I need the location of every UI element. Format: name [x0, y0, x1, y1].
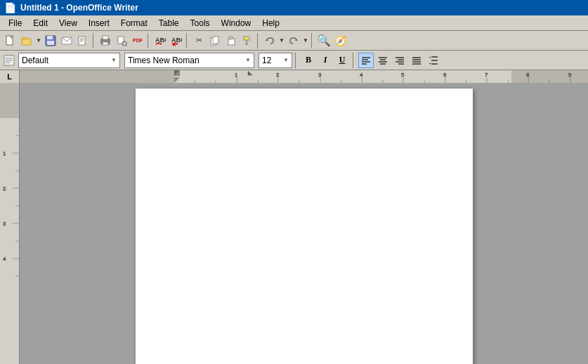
- menu-table[interactable]: Table: [153, 17, 185, 30]
- svg-text:2: 2: [3, 186, 6, 192]
- svg-rect-8: [79, 37, 85, 45]
- svg-rect-53: [511, 70, 588, 83]
- italic-button[interactable]: I: [318, 53, 333, 68]
- menu-tools[interactable]: Tools: [185, 17, 216, 30]
- svg-text:9: 9: [568, 72, 572, 78]
- copy-button[interactable]: [207, 33, 223, 48]
- svg-rect-14: [103, 42, 108, 45]
- svg-text:8: 8: [526, 72, 530, 78]
- format-paint-button[interactable]: [240, 33, 255, 48]
- svg-line-17: [126, 45, 127, 46]
- style-dropdown-arrow: ▼: [111, 57, 117, 63]
- size-dropdown-arrow: ▼: [283, 57, 289, 63]
- svg-text:3: 3: [318, 72, 322, 78]
- svg-rect-6: [47, 41, 54, 45]
- svg-text:4: 4: [360, 72, 363, 78]
- toolbar1: ▼ PDF: [0, 31, 588, 51]
- print-preview-button[interactable]: [114, 33, 129, 48]
- ruler-corner[interactable]: L: [0, 70, 20, 83]
- separator1: [93, 33, 96, 48]
- font-size-dropdown[interactable]: 12 ▼: [259, 53, 292, 68]
- find-replace-button[interactable]: 🔍: [316, 33, 332, 48]
- svg-text:1: 1: [3, 150, 6, 157]
- svg-text:ABC: ABC: [171, 37, 182, 44]
- svg-rect-3: [22, 37, 26, 39]
- open-button[interactable]: [19, 33, 34, 48]
- separator5: [311, 33, 314, 48]
- svg-text:5: 5: [401, 72, 405, 78]
- paste-button[interactable]: [223, 33, 239, 48]
- undo-dropdown-button[interactable]: ▼: [278, 33, 285, 48]
- line-spacing-button[interactable]: [426, 53, 441, 68]
- svg-rect-24: [244, 37, 249, 40]
- email-button[interactable]: [59, 33, 74, 48]
- svg-text:6: 6: [443, 72, 447, 78]
- menu-help[interactable]: Help: [256, 17, 285, 30]
- menu-format[interactable]: Format: [115, 17, 153, 30]
- separator4: [257, 33, 260, 48]
- underline-button[interactable]: U: [334, 53, 350, 68]
- align-center-button[interactable]: [375, 53, 391, 68]
- paragraph-style-value: Default: [22, 56, 48, 65]
- navigator-button[interactable]: 🧭: [332, 33, 348, 48]
- fmt-separator2: [353, 53, 355, 68]
- svg-rect-21: [213, 37, 218, 44]
- page-scroll-area[interactable]: [20, 83, 588, 364]
- document-page: [136, 89, 473, 364]
- separator2: [148, 33, 150, 48]
- menu-insert[interactable]: Insert: [83, 17, 115, 30]
- styles-icon: [3, 54, 15, 67]
- svg-rect-5: [47, 36, 53, 39]
- print-button[interactable]: [98, 33, 113, 48]
- font-size-value: 12: [262, 56, 271, 65]
- redo-dropdown-button[interactable]: ▼: [302, 33, 309, 48]
- svg-text:3: 3: [3, 221, 6, 227]
- save-button[interactable]: [43, 33, 58, 48]
- svg-rect-51: [20, 70, 174, 83]
- separator3: [186, 33, 189, 48]
- svg-text:2: 2: [276, 72, 280, 78]
- new-button[interactable]: [3, 33, 18, 48]
- cut-button[interactable]: ✂: [191, 33, 207, 48]
- app-icon: 📄: [4, 2, 16, 13]
- svg-rect-86: [0, 83, 20, 118]
- svg-text:4: 4: [3, 256, 6, 262]
- fmt-separator1: [295, 53, 298, 68]
- align-right-button[interactable]: [392, 53, 407, 68]
- svg-rect-52: [174, 70, 511, 83]
- horizontal-ruler: 1 2 3 4 5 6 7 8: [20, 70, 588, 83]
- redo-button[interactable]: [286, 33, 301, 48]
- autocorrect-button[interactable]: ABC: [169, 33, 184, 48]
- align-justify-button[interactable]: [409, 53, 424, 68]
- vertical-ruler: 1 2 3 4: [0, 83, 20, 364]
- spellcheck-button[interactable]: ABC: [152, 33, 168, 48]
- open-dropdown-button[interactable]: ▼: [35, 33, 42, 48]
- font-dropdown-arrow: ▼: [245, 57, 251, 63]
- svg-text:1: 1: [235, 72, 238, 78]
- menu-bar: File Edit View Insert Format Table Tools…: [0, 15, 588, 31]
- font-name-dropdown[interactable]: Times New Roman ▼: [124, 53, 254, 68]
- menu-view[interactable]: View: [53, 17, 83, 30]
- bold-button[interactable]: B: [301, 53, 316, 68]
- window-title: Untitled 1 - OpenOffice Writer: [20, 3, 138, 13]
- formatting-toolbar: Default ▼ Times New Roman ▼ 12 ▼ B I U: [0, 51, 588, 70]
- svg-text:ABC: ABC: [155, 37, 166, 44]
- svg-rect-23: [229, 37, 233, 39]
- document-area: 1 2 3 4: [0, 83, 588, 364]
- svg-rect-13: [103, 36, 108, 39]
- pdf-export-button[interactable]: PDF: [130, 33, 145, 48]
- font-name-value: Times New Roman: [128, 56, 200, 65]
- undo-button[interactable]: [262, 33, 277, 48]
- menu-edit[interactable]: Edit: [27, 17, 53, 30]
- svg-text:7: 7: [485, 72, 488, 78]
- edit-button[interactable]: [75, 33, 91, 48]
- title-bar: 📄 Untitled 1 - OpenOffice Writer: [0, 0, 588, 15]
- paragraph-style-dropdown[interactable]: Default ▼: [18, 53, 120, 68]
- menu-file[interactable]: File: [3, 17, 27, 30]
- ruler-container: L 1 2 3: [0, 70, 588, 83]
- menu-window[interactable]: Window: [216, 17, 257, 30]
- align-left-button[interactable]: [358, 53, 374, 68]
